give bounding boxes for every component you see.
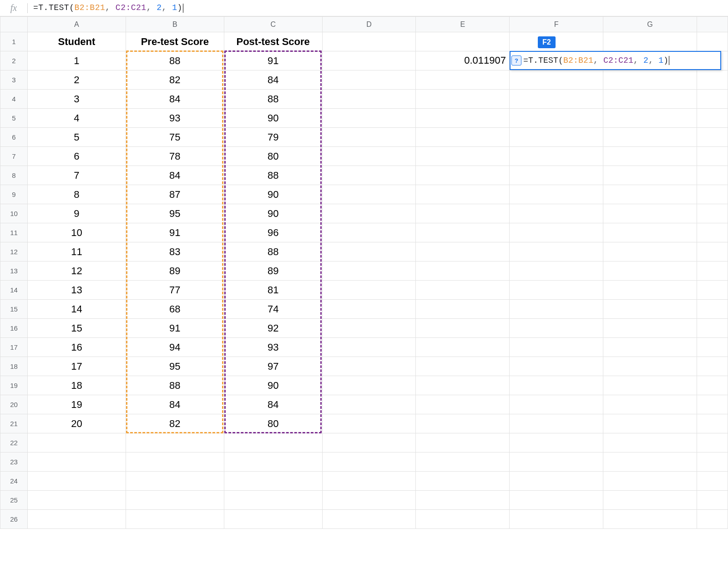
col-header-G[interactable]: G [603, 17, 697, 32]
cell[interactable] [603, 510, 697, 529]
cell[interactable] [416, 510, 510, 529]
cell[interactable] [126, 433, 224, 452]
cell[interactable]: Pre-test Score [126, 32, 224, 51]
cell[interactable] [322, 472, 416, 491]
cell[interactable]: 16 [27, 338, 126, 357]
cell[interactable] [322, 433, 416, 452]
cell[interactable] [322, 147, 416, 166]
col-header-E[interactable]: E [416, 17, 510, 32]
cell[interactable] [27, 510, 126, 529]
formula-input[interactable]: =T.TEST(B2:B21, C2:C21, 2, 1) [33, 3, 183, 12]
cell[interactable] [322, 376, 416, 395]
cell[interactable] [697, 319, 728, 338]
row-header[interactable]: 3 [0, 70, 28, 90]
row-header[interactable]: 19 [0, 376, 28, 395]
cell[interactable] [603, 395, 697, 414]
row-header[interactable]: 21 [0, 414, 28, 433]
cell[interactable] [697, 128, 728, 147]
cell[interactable] [416, 109, 510, 128]
cell[interactable]: 90 [224, 185, 322, 204]
cell[interactable] [697, 261, 728, 281]
cell[interactable] [510, 128, 603, 147]
cell[interactable]: 1 [27, 51, 126, 70]
cell[interactable] [27, 452, 126, 472]
cell[interactable] [603, 452, 697, 472]
cell[interactable] [697, 166, 728, 185]
cell[interactable] [697, 338, 728, 357]
cell[interactable]: 12 [27, 261, 126, 281]
cell[interactable] [603, 491, 697, 510]
cell[interactable] [603, 319, 697, 338]
cell[interactable] [126, 510, 224, 529]
cell[interactable]: 6 [27, 147, 126, 166]
cell[interactable] [603, 414, 697, 433]
cell[interactable] [510, 433, 603, 452]
cell[interactable]: 95 [126, 357, 224, 376]
cell[interactable]: 82 [126, 414, 224, 433]
cell[interactable] [416, 147, 510, 166]
cell[interactable]: 91 [126, 223, 224, 242]
cell[interactable] [322, 32, 416, 51]
active-cell-editor[interactable]: ? =T.TEST(B2:B21, C2:C21, 2, 1) [510, 51, 721, 70]
cell[interactable] [322, 395, 416, 414]
cell[interactable] [603, 70, 697, 90]
cell[interactable] [322, 319, 416, 338]
cell[interactable] [510, 472, 603, 491]
cell[interactable] [126, 491, 224, 510]
cell[interactable] [416, 242, 510, 261]
cell[interactable]: 93 [224, 338, 322, 357]
cell[interactable]: 84 [126, 90, 224, 109]
cell[interactable] [697, 300, 728, 319]
col-header-B[interactable]: B [126, 17, 224, 32]
cell[interactable]: 80 [224, 147, 322, 166]
cell[interactable]: 80 [224, 414, 322, 433]
cell[interactable] [697, 376, 728, 395]
cell[interactable]: Post-test Score [224, 32, 322, 51]
cell[interactable] [322, 70, 416, 90]
cell[interactable] [603, 185, 697, 204]
cell[interactable] [510, 300, 603, 319]
cell[interactable] [416, 491, 510, 510]
col-header-D[interactable]: D [322, 17, 416, 32]
cell[interactable] [603, 261, 697, 281]
cell[interactable] [322, 51, 416, 70]
cell[interactable] [416, 90, 510, 109]
cell[interactable] [697, 109, 728, 128]
cell[interactable] [126, 472, 224, 491]
row-header[interactable]: 7 [0, 147, 28, 166]
row-header[interactable]: 8 [0, 166, 28, 185]
cell[interactable] [416, 376, 510, 395]
cell[interactable]: 90 [224, 204, 322, 223]
cell[interactable]: 84 [224, 70, 322, 90]
cell[interactable]: 77 [126, 281, 224, 300]
cell[interactable] [603, 472, 697, 491]
row-header[interactable]: 2 [0, 51, 28, 70]
cell[interactable] [603, 357, 697, 376]
cell[interactable] [697, 472, 728, 491]
cell[interactable] [510, 147, 603, 166]
cell[interactable] [322, 185, 416, 204]
cell[interactable]: 84 [126, 395, 224, 414]
cell[interactable] [603, 147, 697, 166]
cell[interactable]: 5 [27, 128, 126, 147]
cell[interactable] [697, 32, 728, 51]
row-header[interactable]: 26 [0, 510, 28, 529]
cell[interactable] [603, 300, 697, 319]
cell[interactable]: 90 [224, 376, 322, 395]
cell[interactable]: 84 [126, 166, 224, 185]
cell[interactable] [224, 452, 322, 472]
cell[interactable] [697, 491, 728, 510]
cell[interactable] [603, 433, 697, 452]
cell[interactable]: Student [27, 32, 126, 51]
cell[interactable] [322, 491, 416, 510]
cell[interactable]: 15 [27, 319, 126, 338]
cell[interactable] [603, 242, 697, 261]
cell[interactable] [510, 223, 603, 242]
cell[interactable]: 82 [126, 70, 224, 90]
cell[interactable] [510, 166, 603, 185]
row-header[interactable]: 6 [0, 128, 28, 147]
cell[interactable] [603, 376, 697, 395]
cell[interactable] [697, 242, 728, 261]
cell[interactable] [697, 414, 728, 433]
cell[interactable] [510, 414, 603, 433]
